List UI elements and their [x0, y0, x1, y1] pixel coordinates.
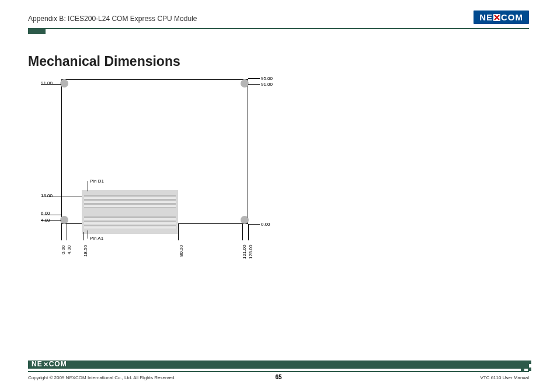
- dim-x-125: 125.00: [248, 245, 253, 259]
- dim-leader: [248, 224, 260, 225]
- mechanical-diagram: Pin D1 Pin A1 91.00 18.00 6.00 4.00 95.0…: [41, 76, 274, 262]
- mount-hole-bottom-left: [60, 216, 68, 224]
- brand-logo-top: NE COM: [474, 10, 529, 24]
- dim-x-121: 121.00: [242, 245, 247, 259]
- dim-y-4: 4.00: [41, 218, 50, 223]
- page-number: 65: [0, 374, 557, 380]
- dim-leader: [178, 224, 179, 240]
- dim-x-18_5: 18.50: [83, 245, 88, 257]
- footer-bar-thin: [28, 371, 529, 372]
- logo-x-icon-footer: [43, 362, 48, 367]
- dim-leader: [248, 78, 260, 79]
- dim-leader: [242, 224, 243, 240]
- mount-hole-top-left: [60, 79, 68, 88]
- footer-decoration-icon: [521, 360, 531, 371]
- logo-x-icon: [493, 14, 500, 21]
- connector-cd: [82, 190, 178, 212]
- brand-suffix: COM: [501, 12, 523, 22]
- connector-ab: [82, 212, 178, 234]
- dim-leader: [61, 224, 62, 240]
- dim-leader: [83, 232, 83, 240]
- dim-y-91: 91.00: [41, 80, 53, 86]
- dim-x-0: 0.00: [61, 245, 66, 254]
- dim-y-95: 95.00: [261, 76, 273, 81]
- appendix-title: Appendix B: ICES200-L24 COM Express CPU …: [28, 15, 197, 23]
- pin-a1-label: Pin A1: [90, 236, 103, 241]
- dim-y-18: 18.00: [41, 193, 53, 198]
- pin-a1-leader: [88, 230, 88, 239]
- footer-bar: [28, 360, 529, 369]
- header-tab-accent: [28, 29, 46, 34]
- dim-leader: [248, 84, 260, 85]
- dim-x-4: 4.00: [67, 245, 72, 254]
- brand-prefix-footer: NE: [32, 360, 43, 368]
- pin-d1-label: Pin D1: [90, 178, 104, 184]
- dim-leader: [248, 224, 249, 240]
- dim-y-91r: 91.00: [261, 82, 273, 87]
- dim-leader: [67, 224, 67, 240]
- dim-x-80: 80.00: [179, 245, 184, 257]
- brand-prefix: NE: [479, 12, 493, 22]
- header-divider: [28, 28, 529, 29]
- brand-logo-footer: NE COM: [32, 360, 67, 368]
- mount-hole-bottom-right: [241, 216, 249, 224]
- section-heading: Mechanical Dimensions: [28, 54, 180, 69]
- dim-y-0: 0.00: [261, 222, 270, 227]
- dim-y-6: 6.00: [41, 211, 50, 216]
- brand-suffix-footer: COM: [49, 360, 67, 368]
- manual-name: VTC 6110 User Manual: [480, 375, 529, 380]
- mount-hole-top-right: [241, 79, 249, 88]
- pin-d1-leader: [88, 181, 88, 191]
